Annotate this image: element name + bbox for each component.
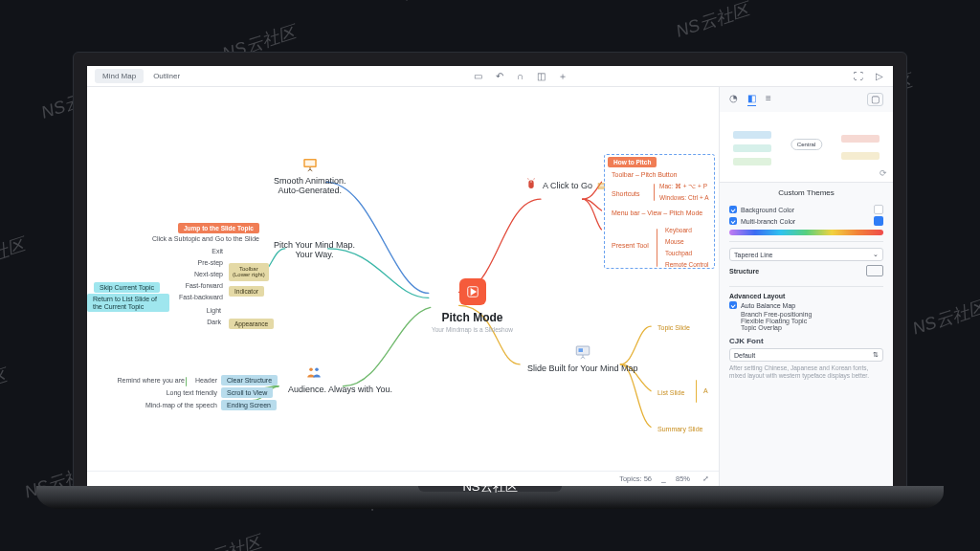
- row-present-tool[interactable]: Present Tool: [612, 242, 649, 249]
- leaf-mouse[interactable]: Mouse: [665, 238, 684, 245]
- rainbow-picker[interactable]: [729, 230, 883, 235]
- leaf-remind[interactable]: Remind where you are: [97, 377, 185, 384]
- badge-jump[interactable]: Jump to the Slide Topic: [178, 223, 259, 233]
- leaf-header[interactable]: Header: [187, 377, 217, 384]
- laptop-frame: Mind Map Outliner ▭ ↶ ∩ ◫ ＋ ⛶ ▷: [73, 52, 907, 487]
- mouse-icon: [523, 177, 541, 194]
- checkbox-bg[interactable]: [729, 206, 737, 213]
- tab-mindmap[interactable]: Mind Map: [95, 69, 144, 83]
- tab-outliner[interactable]: Outliner: [145, 69, 188, 83]
- pitch-icon[interactable]: ▷: [874, 71, 885, 82]
- undo-icon[interactable]: ↶: [494, 71, 505, 82]
- collapse-pane-icon[interactable]: ▢: [867, 93, 883, 106]
- leaf-summary-slide[interactable]: Summary Slide: [657, 426, 702, 432]
- label-overlap[interactable]: Topic Overlap: [741, 324, 883, 331]
- bracket-shortcuts: [654, 184, 655, 201]
- pitch-mode-icon: [459, 278, 486, 305]
- row-bg-color[interactable]: Background Color: [729, 205, 883, 214]
- leaf-pre-step[interactable]: Pre-step: [183, 259, 223, 266]
- leaf-next-step[interactable]: Next-step: [183, 271, 223, 277]
- branch-animation[interactable]: Smooth Animation.Auto-Generated.: [274, 156, 346, 195]
- topic-icon[interactable]: ▭: [473, 71, 484, 82]
- badge-how-to-pitch[interactable]: How to Pitch: [608, 157, 657, 167]
- branch-click-to-go[interactable]: A Click to Go ▤: [545, 177, 606, 197]
- chevron-updown-icon: ⇅: [873, 351, 879, 359]
- label-free-pos[interactable]: Branch Free-positioning: [741, 311, 883, 318]
- leaf-list-slide[interactable]: List Slide: [657, 389, 684, 396]
- bracket-remind: [186, 377, 187, 386]
- row-win[interactable]: Windows: Ctrl + A: [659, 194, 708, 201]
- toolbar-center-icons: ▭ ↶ ∩ ◫ ＋: [193, 71, 847, 82]
- people-icon: [305, 364, 323, 382]
- central-topic[interactable]: Pitch Mode Your Mindmap is a Slideshow: [432, 278, 513, 333]
- svg-point-4: [315, 367, 319, 371]
- custom-themes-title: Custom Themes: [720, 183, 893, 203]
- leaf-a[interactable]: A: [703, 387, 708, 394]
- row-shortcuts[interactable]: Shortcuts: [612, 190, 640, 197]
- select-line-style[interactable]: Tapered Line ⌄: [729, 248, 883, 261]
- zen-icon[interactable]: ⛶: [853, 71, 864, 82]
- mm-branch-4: [841, 135, 880, 143]
- box-toolbar-lower-right[interactable]: Toolbar (Lower right): [229, 263, 269, 281]
- row-toolbar-pitch[interactable]: Toolbar – Pitch Button: [612, 171, 678, 178]
- leaf-remote[interactable]: Remote Control: [665, 261, 709, 268]
- mm-branch-2: [733, 144, 771, 152]
- leaf-click-subtopic[interactable]: Click a Subtopic and Go to the Slide: [145, 235, 259, 242]
- relationship-icon[interactable]: ∩: [515, 71, 526, 82]
- swatch-multi[interactable]: [874, 216, 883, 226]
- map-icon[interactable]: ≡: [766, 93, 771, 106]
- leaf-fast-backward[interactable]: Fast-backward: [173, 294, 223, 300]
- label-advanced: Advanced Layout: [729, 293, 883, 299]
- svg-rect-2: [305, 161, 316, 166]
- mindmap-canvas[interactable]: Pitch Mode Your Mindmap is a Slideshow S…: [87, 87, 719, 486]
- box-scroll-to-view[interactable]: Scroll to View: [221, 387, 273, 398]
- view-tabs: Mind Map Outliner: [95, 69, 188, 83]
- label-flex-float[interactable]: Flexible Floating Topic: [741, 318, 883, 324]
- select-cjk-font[interactable]: Default ⇅: [729, 348, 883, 362]
- box-ending-screen[interactable]: Ending Screen: [221, 400, 277, 410]
- canvas-icon: [574, 343, 591, 361]
- leaf-fast-forward[interactable]: Fast-forward: [173, 282, 223, 289]
- bracket-list: [696, 380, 697, 403]
- watermark-footer: NS云社区: [462, 478, 517, 496]
- top-toolbar: Mind Map Outliner ▭ ↶ ∩ ◫ ＋ ⛶ ▷: [87, 66, 893, 87]
- label-bg: Background Color: [741, 207, 794, 213]
- row-mac[interactable]: Mac: ⌘ + ⌥ + P: [659, 183, 707, 190]
- row-menubar[interactable]: Menu bar – View – Pitch Mode: [612, 209, 702, 216]
- checkbox-auto-balance[interactable]: [729, 301, 737, 309]
- box-return-list[interactable]: Return to List Slide of the Current Topi…: [87, 294, 169, 312]
- status-zoom[interactable]: 85%: [676, 474, 690, 483]
- leaf-light[interactable]: Light: [192, 307, 221, 314]
- label-auto-balance: Auto Balance Map: [741, 302, 795, 309]
- branch-audience[interactable]: Audience. Always with You.: [288, 364, 392, 394]
- leaf-touchpad[interactable]: Touchpad: [665, 250, 692, 256]
- leaf-mindmap-speech[interactable]: Mind-map of the speech: [122, 402, 217, 408]
- leaf-topic-slide[interactable]: Topic Slide: [657, 324, 690, 331]
- svg-rect-7: [578, 348, 583, 352]
- checkbox-multi[interactable]: [729, 217, 737, 225]
- leaf-dark[interactable]: Dark: [192, 319, 221, 325]
- cjk-note: After setting Chinese, Japanese and Kore…: [729, 364, 883, 381]
- format-icon[interactable]: ◔: [729, 93, 738, 106]
- app-window: Mind Map Outliner ▭ ↶ ∩ ◫ ＋ ⛶ ▷: [87, 66, 893, 486]
- leaf-exit[interactable]: Exit: [202, 248, 223, 254]
- fit-icon[interactable]: ⤢: [700, 474, 711, 485]
- branch-slide-built[interactable]: Slide Built for Your Mind Map: [527, 343, 638, 373]
- box-indicator[interactable]: Indicator: [229, 286, 264, 297]
- box-skip-topic[interactable]: Skip Current Topic: [94, 282, 160, 293]
- style-icon[interactable]: ◧: [747, 93, 756, 106]
- structure-picker[interactable]: [866, 265, 883, 276]
- leaf-keyboard[interactable]: Keyboard: [665, 227, 692, 233]
- refresh-minimap-icon[interactable]: ⟳: [880, 168, 887, 178]
- row-auto-balance[interactable]: Auto Balance Map: [729, 301, 883, 309]
- box-appearance[interactable]: Appearance: [229, 319, 274, 329]
- leaf-long-text[interactable]: Long text friendly: [131, 389, 217, 396]
- minimap[interactable]: Central ⟳: [720, 112, 893, 183]
- row-multi-branch[interactable]: Multi-branch Color: [729, 216, 883, 226]
- box-clear-structure[interactable]: Clear Structure: [221, 375, 278, 386]
- branch-pitch-your-way[interactable]: Pitch Your Mind Map.Your Way.: [274, 240, 355, 259]
- swatch-bg[interactable]: [874, 205, 883, 214]
- insert-icon[interactable]: ＋: [557, 71, 568, 82]
- line-style-value: Tapered Line: [734, 252, 772, 258]
- boundary-icon[interactable]: ◫: [536, 71, 547, 82]
